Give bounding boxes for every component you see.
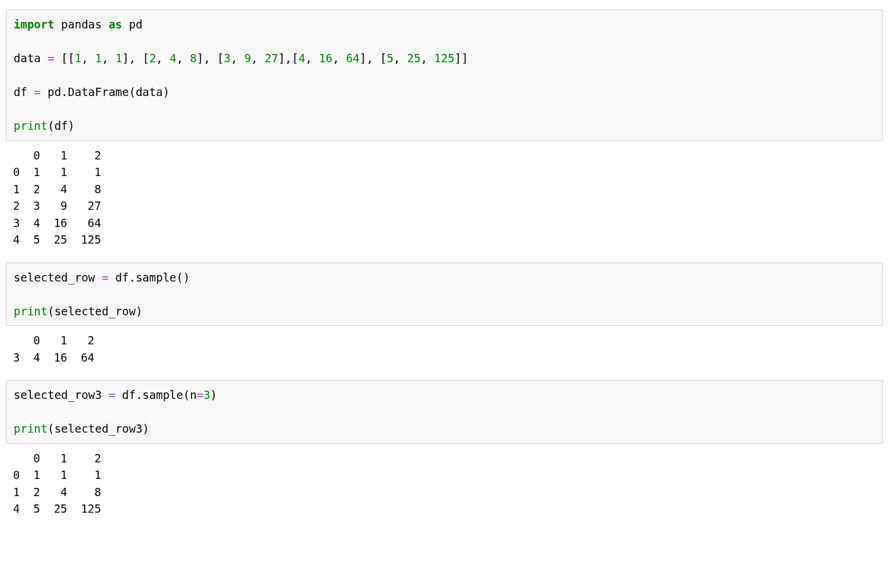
p: ,	[231, 52, 244, 65]
num: 27	[264, 52, 278, 65]
num: 64	[346, 52, 360, 65]
num: 1	[95, 52, 101, 65]
print-arg: (selected_row)	[47, 305, 142, 318]
print-arg: (df)	[47, 119, 75, 132]
num: 16	[319, 52, 332, 65]
num: 2	[149, 52, 156, 65]
tok: df.sample()	[108, 271, 190, 284]
op-eq: =	[197, 388, 203, 401]
tok-data: data	[14, 52, 47, 65]
code-cell-3[interactable]: selected_row3 = df.sample(n=3) print(sel…	[6, 380, 883, 444]
builtin-print: print	[14, 422, 47, 435]
p: ,	[394, 52, 407, 65]
num: 125	[434, 52, 455, 65]
p: ,	[421, 52, 434, 65]
p: ],[	[278, 52, 298, 65]
num: 4	[299, 52, 305, 65]
p: ], [	[360, 52, 387, 65]
p: ,	[102, 52, 116, 65]
p: ,	[156, 52, 170, 65]
op-eq: =	[108, 388, 115, 401]
p: ], [	[122, 52, 149, 65]
num: 4	[170, 52, 176, 65]
tok: )	[210, 388, 217, 401]
num: 1	[116, 52, 122, 65]
tok: selected_row	[14, 271, 102, 284]
builtin-print: print	[14, 305, 47, 318]
op-eq: =	[102, 271, 108, 284]
p: ,	[81, 52, 95, 65]
num: 9	[244, 52, 251, 65]
p: ,	[251, 52, 265, 65]
p: ,	[177, 52, 190, 65]
tok-df: df	[14, 85, 34, 98]
code-cell-2[interactable]: selected_row = df.sample() print(selecte…	[6, 263, 883, 327]
num: 8	[190, 52, 197, 65]
p: ], [	[197, 52, 224, 65]
tok: selected_row3	[14, 388, 108, 401]
kw-as: as	[108, 18, 122, 31]
code-cell-1[interactable]: import pandas as pd data = [[1, 1, 1], […	[6, 9, 883, 141]
p: ,	[305, 52, 319, 65]
kw-import: import	[14, 18, 55, 31]
builtin-print: print	[14, 119, 47, 132]
num: 25	[407, 52, 421, 65]
tok-pd: pd	[122, 18, 142, 31]
output-cell-3: 0 1 2 0 1 1 1 1 2 4 8 4 5 25 125	[6, 445, 883, 528]
num: 1	[75, 52, 81, 65]
p: ,	[332, 52, 346, 65]
output-cell-2: 0 1 2 3 4 16 64	[6, 327, 883, 376]
tok: df.sample(n	[116, 388, 197, 401]
p: [[	[55, 52, 75, 65]
num: 3	[224, 52, 231, 65]
print-arg: (selected_row3)	[47, 422, 149, 435]
op-eq: =	[47, 52, 54, 65]
p: ]]	[455, 52, 468, 65]
tok-dfexpr: pd.DataFrame(data)	[41, 85, 170, 98]
op-eq: =	[34, 85, 40, 98]
num: 5	[386, 52, 393, 65]
output-cell-1: 0 1 2 0 1 1 1 1 2 4 8 2 3 9 27 3 4 16 64…	[6, 142, 883, 259]
num: 3	[203, 388, 210, 401]
tok-pandas: pandas	[55, 18, 109, 31]
